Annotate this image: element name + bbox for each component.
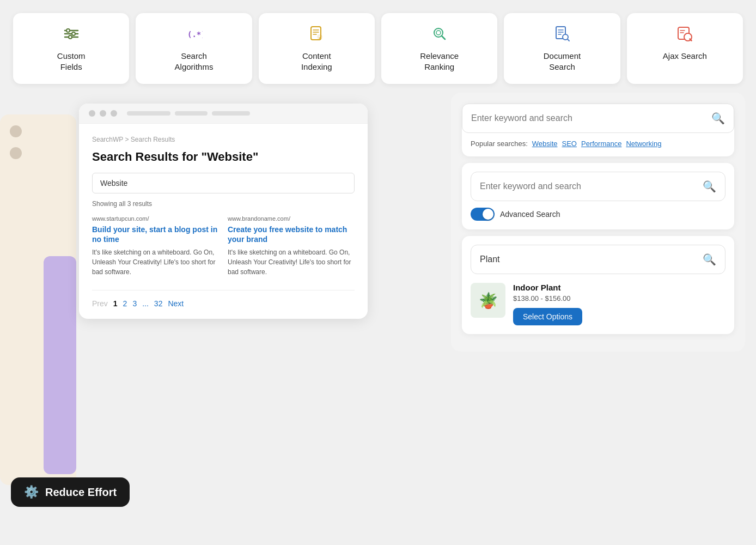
popular-searches-row: Popular searches: Website SEO Performanc… [462, 133, 734, 156]
bar-line-2 [175, 111, 208, 116]
main-area: SearchWP > Search Results Search Results… [0, 93, 756, 523]
widget-product-search: 🔍 🪴 Indoor Plant $138.00 - $156.00 Selec… [462, 236, 734, 334]
search-algorithms-icon: (.*) [185, 25, 203, 45]
search-results-body: SearchWP > Search Results Search Results… [79, 124, 368, 319]
advanced-search-toggle-row: Advanced Search [471, 208, 725, 221]
feature-card-ajax-search[interactable]: Ajax Search [627, 13, 743, 84]
browser-dot-3 [111, 110, 117, 117]
advanced-search-label: Advanced Search [500, 210, 560, 219]
result-title-2[interactable]: Create you free website to match your br… [228, 225, 355, 244]
browser-dot-2 [100, 110, 106, 117]
document-search-label: DocumentSearch [544, 51, 581, 72]
result-url-1: www.startupcun.com/ [92, 215, 219, 222]
page-ellipsis: ... [142, 299, 149, 308]
svg-point-14 [436, 31, 441, 35]
feature-card-content-indexing[interactable]: ✓ ContentIndexing [259, 13, 375, 84]
page-32[interactable]: 32 [154, 299, 163, 308]
popular-link-networking[interactable]: Networking [626, 140, 661, 148]
page-3[interactable]: 3 [132, 299, 137, 308]
search-results-heading: Search Results for "Website" [92, 150, 355, 164]
breadcrumb: SearchWP > Search Results [92, 136, 355, 143]
pagination: Prev 1 2 3 ... 32 Next [92, 290, 355, 308]
svg-point-3 [66, 29, 70, 32]
page-prev[interactable]: Prev [92, 299, 108, 308]
relevance-ranking-icon [431, 25, 448, 45]
advanced-search-toggle[interactable] [471, 208, 495, 221]
reduce-effort-badge[interactable]: ⚙️ Reduce Effort [11, 477, 130, 507]
result-item-1: www.startupcun.com/ Build your site, sta… [92, 215, 219, 277]
page-2[interactable]: 2 [123, 299, 127, 308]
content-indexing-label: ContentIndexing [301, 51, 332, 72]
svg-text:(.*): (.*) [187, 30, 203, 39]
popular-link-website[interactable]: Website [532, 140, 558, 148]
feature-card-custom-fields[interactable]: CustomFields [13, 13, 129, 84]
right-panel-inner: 🔍 Popular searches: Website SEO Performa… [451, 93, 745, 352]
browser-top-bar [79, 104, 368, 124]
product-info: Indoor Plant $138.00 - $156.00 Select Op… [513, 283, 725, 325]
product-thumbnail: 🪴 [471, 283, 505, 318]
result-desc-1: It's like sketching on a whiteboard. Go … [92, 247, 219, 277]
widget1-search-row: 🔍 [462, 104, 734, 133]
widget-keyword-search: 🔍 Popular searches: Website SEO Performa… [462, 104, 734, 156]
widget1-search-icon[interactable]: 🔍 [711, 112, 725, 125]
feature-cards-row: CustomFields (.*) SearchAlgorithms ✓ Con… [0, 0, 756, 93]
right-panel-bg: 🔍 Popular searches: Website SEO Performa… [451, 93, 745, 352]
search-results-input[interactable]: Website [92, 173, 355, 193]
svg-point-4 [72, 32, 75, 35]
product-name: Indoor Plant [513, 283, 725, 292]
feature-card-search-algorithms[interactable]: (.*) SearchAlgorithms [136, 13, 252, 84]
relevance-ranking-label: RelevanceRanking [420, 51, 459, 72]
widget2-search-icon[interactable]: 🔍 [703, 180, 716, 193]
purple-strip [44, 256, 76, 474]
result-desc-2: It's like sketching on a whiteboard. Go … [228, 247, 355, 277]
select-options-button[interactable]: Select Options [513, 308, 582, 325]
breadcrumb-home[interactable]: SearchWP [92, 136, 123, 143]
result-url-2: www.brandoname.com/ [228, 215, 355, 222]
widget1-search-input[interactable] [471, 113, 711, 123]
product-price: $138.00 - $156.00 [513, 294, 725, 302]
product-search-row: 🔍 [471, 245, 725, 274]
widget2-search-row: 🔍 [471, 172, 725, 201]
browser-bar-lines [127, 111, 250, 116]
widget2-search-input[interactable] [480, 181, 703, 191]
widget-advanced-search: 🔍 Advanced Search [462, 163, 734, 229]
feature-card-document-search[interactable]: DocumentSearch [504, 13, 620, 84]
bg-dot-1 [10, 125, 22, 137]
popular-link-seo[interactable]: SEO [562, 140, 577, 148]
svg-point-5 [69, 35, 72, 39]
bar-line-1 [127, 111, 170, 116]
result-items: www.startupcun.com/ Build your site, sta… [92, 215, 355, 277]
custom-fields-icon [63, 25, 80, 45]
bg-dot-2 [10, 147, 22, 159]
popular-link-performance[interactable]: Performance [581, 140, 621, 148]
ajax-search-label: Ajax Search [663, 51, 707, 62]
product-search-icon[interactable]: 🔍 [703, 253, 716, 266]
feature-card-relevance-ranking[interactable]: RelevanceRanking [381, 13, 497, 84]
results-count: Showing all 3 results [92, 200, 355, 208]
reduce-effort-icon: ⚙️ [24, 485, 39, 499]
ajax-search-icon [676, 25, 693, 45]
document-search-icon [553, 25, 571, 45]
result-title-1[interactable]: Build your site, start a blog post in no… [92, 225, 219, 244]
search-algorithms-label: SearchAlgorithms [175, 51, 214, 72]
svg-text:✓: ✓ [318, 34, 322, 40]
svg-line-21 [568, 39, 569, 41]
popular-label: Popular searches: [471, 140, 528, 148]
result-item-2: www.brandoname.com/ Create you free webs… [228, 215, 355, 277]
svg-line-15 [442, 36, 445, 39]
search-results-card: SearchWP > Search Results Search Results… [79, 104, 368, 319]
custom-fields-label: CustomFields [57, 51, 86, 72]
reduce-effort-label: Reduce Effort [45, 486, 117, 499]
content-indexing-icon: ✓ [308, 25, 325, 45]
breadcrumb-page[interactable]: Search Results [131, 136, 175, 143]
page-next[interactable]: Next [168, 299, 184, 308]
bar-line-3 [212, 111, 250, 116]
breadcrumb-sep: > [125, 136, 129, 143]
product-search-input[interactable] [480, 255, 703, 264]
page-1[interactable]: 1 [113, 299, 118, 308]
browser-dot-1 [89, 110, 95, 117]
product-result: 🪴 Indoor Plant $138.00 - $156.00 Select … [462, 283, 734, 334]
